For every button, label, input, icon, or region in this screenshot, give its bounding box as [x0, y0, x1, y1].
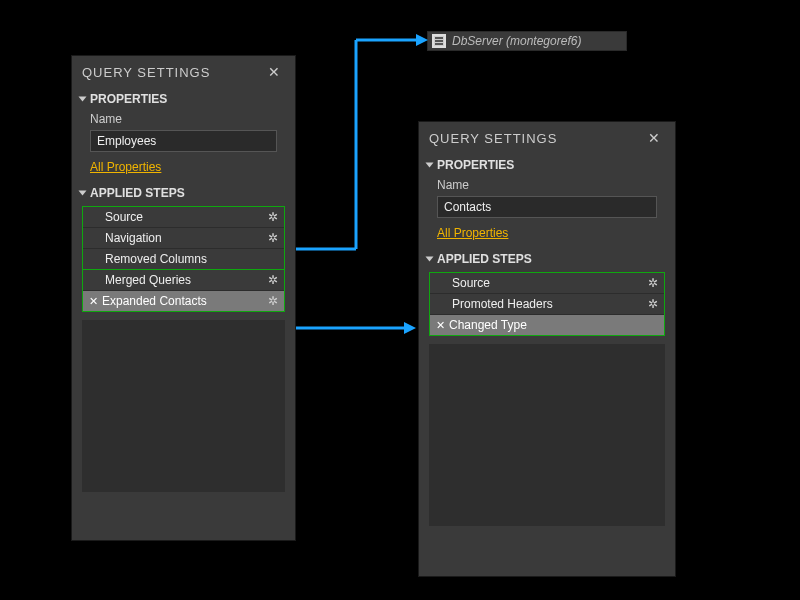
- step-changed-type[interactable]: ✕ Changed Type: [430, 314, 664, 335]
- applied-steps-header-label: APPLIED STEPS: [437, 252, 532, 266]
- step-group: Source ✲ Navigation ✲ Removed Columns: [82, 206, 285, 270]
- step-label: Source: [452, 276, 490, 290]
- close-icon[interactable]: ✕: [264, 64, 285, 80]
- panel-title: QUERY SETTINGS: [82, 65, 210, 80]
- collapse-icon: [79, 97, 87, 102]
- gear-icon[interactable]: ✲: [268, 273, 278, 287]
- properties-header[interactable]: PROPERTIES: [72, 88, 295, 110]
- applied-steps-header[interactable]: APPLIED STEPS: [419, 248, 675, 270]
- steps-empty-area: [82, 320, 285, 492]
- properties-header-label: PROPERTIES: [90, 92, 167, 106]
- gear-icon[interactable]: ✲: [268, 231, 278, 245]
- dependency-arrow: [296, 20, 431, 260]
- panel-title: QUERY SETTINGS: [429, 131, 557, 146]
- step-label: Merged Queries: [105, 273, 191, 287]
- step-label: Source: [105, 210, 143, 224]
- applied-steps-header[interactable]: APPLIED STEPS: [72, 182, 295, 204]
- step-promoted-headers[interactable]: Promoted Headers ✲: [430, 293, 664, 314]
- gear-icon[interactable]: ✲: [268, 294, 278, 308]
- collapse-icon: [79, 191, 87, 196]
- collapse-icon: [426, 257, 434, 262]
- step-label: Promoted Headers: [452, 297, 553, 311]
- query-settings-panel-right: QUERY SETTINGS ✕ PROPERTIES Name All Pro…: [418, 121, 676, 577]
- all-properties-link[interactable]: All Properties: [419, 222, 526, 248]
- db-server-label: DbServer (montegoref6): [452, 34, 581, 48]
- close-icon[interactable]: ✕: [644, 130, 665, 146]
- applied-steps-list: Source ✲ Promoted Headers ✲ ✕ Changed Ty…: [429, 272, 665, 336]
- gear-icon[interactable]: ✲: [268, 210, 278, 224]
- applied-steps-header-label: APPLIED STEPS: [90, 186, 185, 200]
- database-icon: [432, 34, 446, 48]
- collapse-icon: [426, 163, 434, 168]
- step-removed-columns[interactable]: Removed Columns: [83, 248, 284, 269]
- step-navigation[interactable]: Navigation ✲: [83, 227, 284, 248]
- query-settings-panel-left: QUERY SETTINGS ✕ PROPERTIES Name All Pro…: [71, 55, 296, 541]
- panel-title-bar: QUERY SETTINGS ✕: [419, 122, 675, 154]
- applied-steps-list: Source ✲ Navigation ✲ Removed Columns Me…: [82, 206, 285, 312]
- step-group: Merged Queries ✲ ✕ Expanded Contacts ✲: [82, 270, 285, 312]
- step-group: Source ✲ Promoted Headers ✲ ✕ Changed Ty…: [429, 272, 665, 336]
- panel-title-bar: QUERY SETTINGS ✕: [72, 56, 295, 88]
- step-label: Expanded Contacts: [102, 294, 207, 308]
- delete-step-icon[interactable]: ✕: [89, 295, 98, 308]
- step-source[interactable]: Source ✲: [430, 273, 664, 293]
- properties-header[interactable]: PROPERTIES: [419, 154, 675, 176]
- name-label: Name: [72, 110, 295, 128]
- step-expanded-contacts[interactable]: ✕ Expanded Contacts ✲: [83, 290, 284, 311]
- name-label: Name: [419, 176, 675, 194]
- svg-rect-1: [435, 37, 443, 39]
- step-label: Changed Type: [449, 318, 527, 332]
- step-source[interactable]: Source ✲: [83, 207, 284, 227]
- name-input[interactable]: [437, 196, 657, 218]
- properties-header-label: PROPERTIES: [437, 158, 514, 172]
- dependency-arrow: [296, 318, 421, 338]
- step-label: Removed Columns: [105, 252, 207, 266]
- svg-rect-3: [435, 43, 443, 45]
- db-server-pill[interactable]: DbServer (montegoref6): [427, 31, 627, 51]
- step-merged-queries[interactable]: Merged Queries ✲: [83, 270, 284, 290]
- svg-rect-2: [435, 40, 443, 42]
- gear-icon[interactable]: ✲: [648, 297, 658, 311]
- svg-marker-9: [404, 322, 416, 334]
- step-label: Navigation: [105, 231, 162, 245]
- steps-empty-area: [429, 344, 665, 526]
- all-properties-link[interactable]: All Properties: [72, 156, 179, 182]
- name-input[interactable]: [90, 130, 277, 152]
- delete-step-icon[interactable]: ✕: [436, 319, 445, 332]
- gear-icon[interactable]: ✲: [648, 276, 658, 290]
